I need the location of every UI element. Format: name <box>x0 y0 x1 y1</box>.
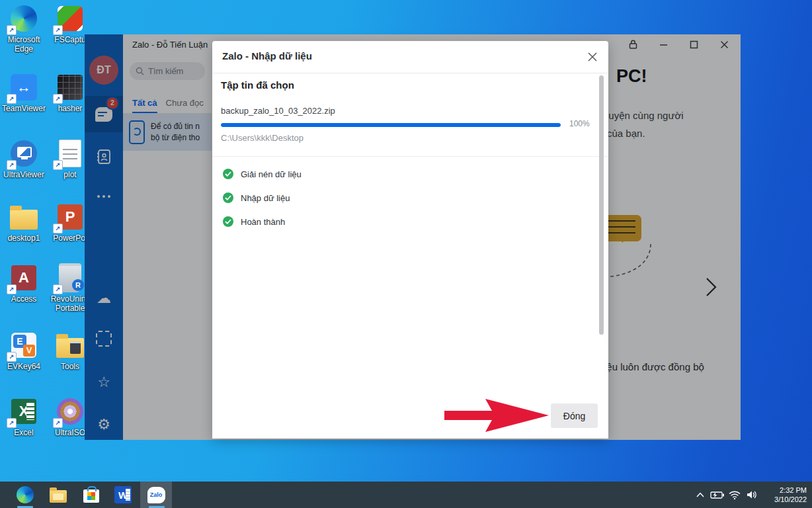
desktop-icon-desktop1[interactable]: desktop1 <box>0 202 48 243</box>
battery-icon[interactable] <box>709 482 726 508</box>
shortcut-arrow-icon: ↗ <box>7 94 17 104</box>
dialog-scrollbar-thumb[interactable] <box>599 75 604 335</box>
edge-icon <box>17 486 34 503</box>
check-circle-icon <box>223 169 233 179</box>
desktop-icon-teamviewer[interactable]: ↔↗ TeamViewer <box>0 73 48 113</box>
divider <box>212 156 608 157</box>
step-extract: Giải nén dữ liệu <box>223 169 302 179</box>
progress-fill <box>221 123 561 127</box>
selected-file-heading: Tập tin đã chọn <box>221 79 294 91</box>
taskbar-zalo-button[interactable]: Zalo <box>140 482 172 508</box>
shortcut-arrow-icon: ↗ <box>7 25 17 35</box>
shortcut-arrow-icon: ↗ <box>53 284 63 294</box>
step-complete: Hoàn thành <box>223 216 285 227</box>
desktop-icon-label: Excel <box>0 428 48 437</box>
microsoft-store-icon <box>83 489 99 503</box>
taskbar-clock[interactable]: 2:32 PM 3/10/2022 <box>763 486 812 504</box>
check-circle-icon <box>223 216 233 227</box>
shortcut-arrow-icon: ↗ <box>53 224 63 233</box>
shortcut-arrow-icon: ↗ <box>7 352 17 362</box>
shortcut-arrow-icon: ↗ <box>7 160 17 170</box>
desktop-icon-label: desktop1 <box>0 233 48 243</box>
taskbar-edge-button[interactable] <box>11 482 40 508</box>
word-icon: W <box>114 486 132 503</box>
zalo-icon: Zalo <box>147 487 165 503</box>
close-dialog-button[interactable]: Đóng <box>551 403 598 428</box>
file-explorer-icon <box>50 490 67 503</box>
tools-folder-icon <box>56 338 84 358</box>
taskbar: W Zalo 2:32 PM 3/10/2022 <box>0 482 812 508</box>
shortcut-arrow-icon: ↗ <box>53 160 63 170</box>
step-label: Hoàn thành <box>241 217 285 227</box>
progress-bar <box>221 123 561 127</box>
wifi-icon[interactable] <box>726 482 743 508</box>
tray-chevron-up-icon[interactable] <box>692 482 709 508</box>
shortcut-arrow-icon: ↗ <box>53 94 63 104</box>
desktop-icon-label: UltraViewer <box>0 170 48 179</box>
step-import: Nhập dữ liệu <box>223 192 290 203</box>
desktop-icon-excel[interactable]: X↗ Excel <box>0 397 48 437</box>
volume-icon[interactable] <box>743 482 760 508</box>
red-arrow-annotation <box>436 396 555 438</box>
dialog-title: Zalo - Nhập dữ liệu <box>222 50 312 62</box>
desktop-icon-evkey64[interactable]: ↗ EVKey64 <box>0 331 48 371</box>
desktop-icon-access[interactable]: A↗ Access <box>0 263 48 304</box>
shortcut-arrow-icon: ↗ <box>53 418 63 428</box>
dialog-header: Zalo - Nhập dữ liệu <box>212 41 608 73</box>
clock-time: 2:32 PM <box>763 486 807 495</box>
dialog-close-icon[interactable] <box>587 52 598 62</box>
step-label: Giải nén dữ liệu <box>241 169 302 179</box>
desktop-icon-label: Microsoft Edge <box>0 35 48 54</box>
step-label: Nhập dữ liệu <box>241 193 290 203</box>
taskbar-explorer-button[interactable] <box>44 482 73 508</box>
backup-file-name: backup_zalo_10_03_2022.zip <box>221 106 335 116</box>
desktop-icon-ultraviewer[interactable]: ↗ UltraViewer <box>0 139 48 179</box>
shortcut-arrow-icon: ↗ <box>53 25 63 35</box>
file-path: C:\Users\kkk\Desktop <box>221 133 304 143</box>
taskbar-word-button[interactable]: W <box>108 482 138 508</box>
progress-percent: 100% <box>569 119 590 128</box>
import-dialog: Zalo - Nhập dữ liệu Tập tin đã chọn back… <box>212 41 608 439</box>
desktop-icon-microsoft-edge[interactable]: ↗ Microsoft Edge <box>0 4 48 54</box>
shortcut-arrow-icon: ↗ <box>7 284 17 294</box>
clock-date: 3/10/2022 <box>763 495 807 504</box>
desktop-icon-label: EVKey64 <box>0 362 48 371</box>
taskbar-store-button[interactable] <box>77 482 106 508</box>
desktop-icon-label: TeamViewer <box>0 104 48 113</box>
check-circle-icon <box>223 192 233 203</box>
folder-icon <box>10 210 38 230</box>
shortcut-arrow-icon: ↗ <box>7 418 17 428</box>
desktop-icon-label: Access <box>0 294 48 304</box>
